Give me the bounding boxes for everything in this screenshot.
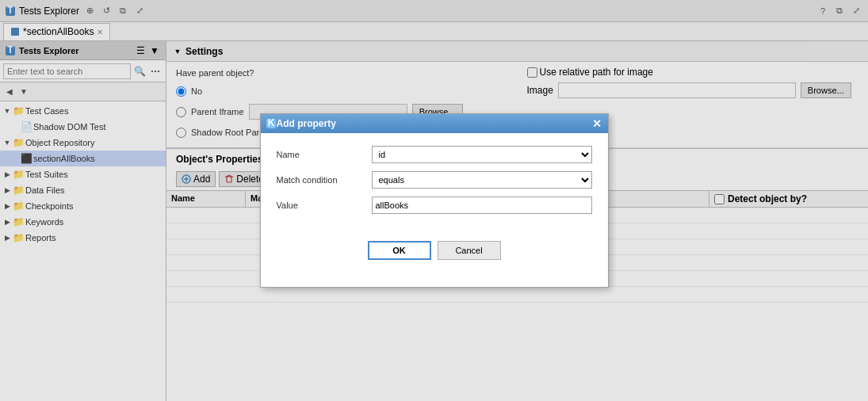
add-property-dialog: K Add property ✕ Name idxpathcssnametag … <box>260 113 609 288</box>
dialog-titlebar: K Add property ✕ <box>261 114 608 133</box>
dialog-cancel-btn[interactable]: Cancel <box>438 241 501 260</box>
dialog-ok-btn[interactable]: OK <box>368 241 431 260</box>
dialog-title: Add property <box>277 118 591 129</box>
dialog-value-label: Value <box>277 200 372 210</box>
dialog-value-input[interactable] <box>372 197 592 214</box>
dialog-close-btn[interactable]: ✕ <box>591 117 603 130</box>
dialog-name-label: Name <box>277 150 372 159</box>
svg-text:K: K <box>267 118 274 128</box>
dialog-title-icon: K <box>266 118 277 129</box>
dialog-overlay: K Add property ✕ Name idxpathcssnametag … <box>0 0 868 401</box>
dialog-content: Name idxpathcssnametag Match condition e… <box>261 133 608 235</box>
dialog-buttons: OK Cancel <box>261 235 608 271</box>
dialog-match-label: Match condition <box>277 175 372 185</box>
dialog-value-row: Value <box>277 197 592 214</box>
dialog-match-row: Match condition equals contains starts w… <box>277 171 592 189</box>
dialog-name-select[interactable]: idxpathcssnametag <box>372 146 592 163</box>
dialog-name-row: Name idxpathcssnametag <box>277 146 592 163</box>
dialog-match-select[interactable]: equals contains starts with ends with ma… <box>372 171 592 189</box>
